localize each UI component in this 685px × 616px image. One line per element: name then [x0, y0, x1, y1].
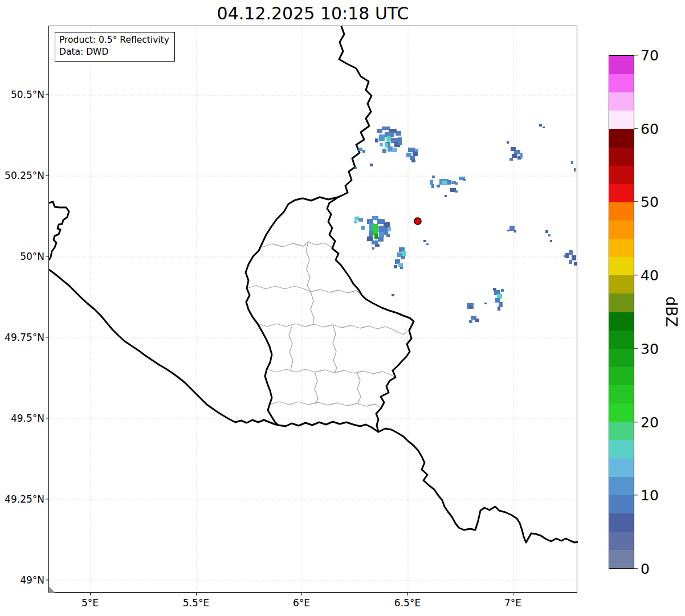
product-info-line1: Product: 0.5° Reflectivity: [59, 34, 169, 46]
colorbar-axis-label: dBZ: [663, 296, 680, 327]
radar-echo-cell: [512, 154, 517, 158]
radar-echo-cell: [493, 288, 496, 291]
radar-echo-cell: [388, 227, 391, 231]
radar-echo-cell: [507, 230, 509, 231]
x-tick-label: 6°E: [293, 597, 310, 609]
colorbar-tick-label: 0: [641, 561, 650, 577]
radar-echo-cell: [375, 244, 380, 247]
radar-echo-cell: [410, 156, 415, 160]
admin-border: [267, 369, 395, 377]
colorbar-segment: [609, 275, 634, 293]
radar-echo-cell: [380, 143, 383, 146]
colorbar-tick-mark: [634, 568, 638, 569]
radar-echo-cell: [463, 179, 466, 181]
y-tick-mark: [46, 580, 48, 580]
colorbar-segment: [609, 440, 634, 458]
radar-echo-cell: [373, 224, 378, 229]
colorbar-segment: [609, 184, 634, 202]
colorbar-segment: [609, 495, 634, 513]
admin-border: [357, 373, 361, 403]
x-tick-label: 5°E: [81, 597, 99, 609]
map-corner-artifact: [49, 586, 58, 593]
colorbar-tick-label: 70: [641, 47, 659, 64]
y-tick-label: 49.25°N: [0, 493, 44, 505]
radar-echo-cell: [395, 131, 401, 136]
colorbar-tick-label: 10: [641, 487, 659, 504]
radar-site-marker: [414, 218, 421, 225]
radar-echo-cell: [377, 129, 382, 133]
radar-echo-cell: [370, 164, 373, 166]
colorbar-tick-label: 30: [641, 341, 659, 357]
colorbar-segment: [609, 367, 634, 385]
admin-border: [306, 242, 311, 292]
colorbar-segment: [609, 513, 634, 532]
radar-echo-cell: [386, 234, 390, 237]
radar-echo-cell: [569, 250, 573, 255]
radar-echo-cell: [475, 319, 479, 322]
radar-echo-cell: [369, 231, 373, 237]
radar-echo-cell: [574, 262, 577, 266]
radar-echo-cell: [569, 260, 572, 264]
radar-echo-cell: [514, 230, 516, 232]
x-tick-mark: [407, 593, 408, 595]
radar-echo-cell: [455, 182, 458, 185]
colorbar-segment: [609, 111, 634, 129]
radar-echo-cell: [354, 221, 357, 223]
radar-echo-cell: [469, 320, 472, 323]
colorbar-segment: [609, 312, 634, 331]
radar-echo-cell: [432, 176, 435, 178]
radar-echo-cell: [442, 181, 447, 184]
colorbar-segment: [609, 477, 634, 495]
radar-echo-cell: [392, 148, 397, 152]
radar-echo-cell: [430, 180, 433, 185]
radar-echo-cell: [411, 160, 415, 162]
radar-echo-cell: [375, 138, 378, 142]
colorbar-tick-mark: [634, 128, 638, 129]
radar-echo-cell: [372, 240, 378, 244]
x-tick-mark: [196, 593, 197, 595]
admin-border: [315, 372, 318, 405]
x-tick-mark: [513, 593, 513, 595]
radar-echo-cell: [423, 240, 426, 242]
y-tick-label: 50.25°N: [0, 170, 44, 181]
colorbar-tick-label: 60: [641, 121, 659, 137]
radar-echo-cell: [543, 127, 545, 128]
x-tick-label: 6.5°E: [394, 597, 421, 609]
radar-echo-cell: [426, 243, 429, 245]
colorbar-segment: [609, 349, 634, 367]
colorbar-segment: [609, 239, 634, 257]
radar-echo-cell: [358, 148, 362, 151]
colorbar-tick-label: 50: [641, 194, 659, 210]
admin-border: [333, 325, 337, 373]
radar-echo-cell: [495, 298, 500, 303]
x-tick-mark: [301, 593, 302, 595]
colorbar-segment: [609, 385, 634, 403]
y-tick-label: 50.5°N: [0, 89, 44, 100]
colorbar-tick-mark: [634, 348, 638, 349]
product-info-line2: Data: DWD: [59, 46, 169, 58]
x-tick-label: 7°E: [504, 597, 521, 609]
y-tick-label: 49°N: [0, 574, 44, 586]
y-tick-label: 49.75°N: [0, 332, 44, 343]
radar-echo-cell: [564, 255, 566, 257]
radar-echo-cell: [379, 232, 384, 237]
map-svg: [49, 26, 578, 593]
radar-echo-cell: [374, 234, 378, 239]
y-tick-mark: [46, 94, 48, 95]
radar-echo-cell: [497, 294, 502, 299]
colorbar-segment: [609, 422, 634, 440]
colorbar-tick-mark: [634, 201, 638, 202]
radar-echo-cell: [397, 252, 402, 257]
radar-echo-cell: [548, 234, 551, 236]
radar-echo-cell: [372, 247, 374, 250]
radar-echo-cell: [501, 289, 504, 292]
radar-echo-cell: [574, 168, 576, 172]
radar-echo-cell: [354, 217, 359, 220]
map-plot-area: [48, 26, 577, 593]
colorbar-segment: [609, 92, 634, 111]
radar-echo-cell: [400, 267, 403, 269]
radar-echo-cell: [367, 236, 373, 241]
colorbar-segment: [609, 74, 634, 92]
radar-echo-cell: [386, 137, 392, 141]
country-border: [49, 270, 278, 425]
